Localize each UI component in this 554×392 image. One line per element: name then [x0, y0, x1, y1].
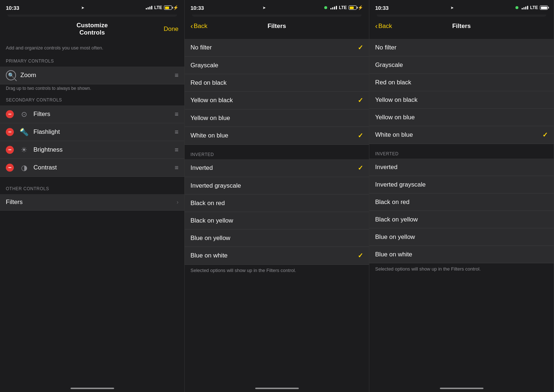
drag-handle-flashlight[interactable]: ≡ [174, 128, 178, 136]
nav-title: Customize Controls [63, 22, 121, 36]
filter-label-blue-on-yellow: Blue on yellow [190, 235, 363, 242]
filter-label-inverted-grayscale: Inverted grayscale [190, 182, 363, 189]
filter3-inverted-grayscale[interactable]: Inverted grayscale [369, 176, 554, 193]
remove-brightness-button[interactable]: − [6, 146, 14, 154]
filter-footer-3: Selected options will show up in the Fil… [369, 263, 554, 276]
filter-red-on-black[interactable]: Red on black [185, 74, 369, 92]
battery-fill-3 [541, 7, 547, 9]
filter-no-filter[interactable]: No filter ✓ [185, 39, 369, 57]
filters-panel-3: 10:33 ➤ LTE ‹ Back Filters No fi [369, 0, 554, 392]
remove-flashlight-button[interactable]: − [6, 128, 14, 136]
filter3-inverted[interactable]: Inverted [369, 159, 554, 176]
drag-handle-zoom[interactable]: ≡ [174, 72, 178, 79]
filters-panel-2: 10:33 ➤ LTE ⚡ ‹ Back Filters [185, 0, 369, 392]
filter-grayscale[interactable]: Grayscale [185, 57, 369, 74]
flashlight-row[interactable]: − 🔦 Flashlight ≡ [0, 123, 184, 141]
filter3-label-blue-on-white: Blue on white [375, 251, 548, 258]
back-label-3[interactable]: Back [378, 23, 392, 30]
filter-label-inverted: Inverted [190, 164, 358, 172]
filter3-label-yellow-on-black: Yellow on black [375, 96, 548, 104]
filters-nav-title-3: Filters [452, 23, 471, 30]
filter-black-on-yellow[interactable]: Black on yellow [185, 212, 369, 229]
back-label-2[interactable]: Back [194, 23, 208, 30]
filter3-grayscale[interactable]: Grayscale [369, 56, 554, 74]
filter3-label-grayscale: Grayscale [375, 61, 548, 69]
filter3-label-inverted-grayscale: Inverted grayscale [375, 181, 548, 188]
contrast-row[interactable]: − ◑ Contrast ≡ [0, 159, 184, 177]
check-no-filter: ✓ [358, 44, 363, 52]
top-bar-2 [192, 15, 362, 17]
customize-content: Add and organize controls you use most o… [0, 41, 184, 388]
battery-fill [165, 7, 169, 9]
filter3-blue-on-yellow[interactable]: Blue on yellow [369, 228, 554, 246]
back-chevron-2: ‹ [190, 22, 193, 30]
back-button-2[interactable]: ‹ Back [190, 22, 207, 30]
filter3-red-on-black[interactable]: Red on black [369, 74, 554, 91]
remove-contrast-button[interactable]: − [6, 164, 14, 172]
filter3-label-black-on-yellow: Black on yellow [375, 216, 548, 223]
customize-controls-panel: 10:33 ➤ LTE ⚡ Customize Controls Done Ad… [0, 0, 185, 392]
filters-nav-2: ‹ Back Filters [185, 19, 369, 35]
filter-label-yellow-on-blue: Yellow on blue [190, 115, 363, 122]
filter-blue-on-white[interactable]: Blue on white ✓ [185, 247, 369, 265]
filter-yellow-on-blue[interactable]: Yellow on blue [185, 109, 369, 127]
filter3-yellow-on-black[interactable]: Yellow on black [369, 91, 554, 109]
filters-content-2: No filter ✓ Grayscale Red on black Yello… [185, 35, 369, 388]
status-right: LTE ⚡ [146, 5, 178, 10]
filter3-black-on-red[interactable]: Black on red [369, 193, 554, 211]
flashlight-icon: 🔦 [19, 127, 29, 137]
filter3-label-inverted: Inverted [375, 164, 548, 171]
status-right-2: LTE ⚡ [324, 5, 363, 10]
signal-bars-2 [330, 6, 337, 9]
contrast-label: Contrast [33, 164, 174, 171]
battery-fill-2 [350, 7, 354, 9]
filter-blue-on-yellow[interactable]: Blue on yellow [185, 229, 369, 247]
filter-black-on-red[interactable]: Black on red [185, 195, 369, 212]
other-filters-row[interactable]: Filters › [0, 194, 184, 211]
zoom-label: Zoom [20, 72, 174, 79]
gap-4 [369, 144, 554, 148]
filter3-blue-on-white[interactable]: Blue on white [369, 246, 554, 263]
battery-icon-3 [540, 5, 548, 10]
signal-bars-3 [522, 6, 528, 9]
filters-nav-3: ‹ Back Filters [369, 19, 554, 35]
gap-2 [185, 145, 369, 149]
filter-label-yellow-on-black: Yellow on black [190, 97, 358, 104]
filter-label-black-on-red: Black on red [190, 200, 363, 207]
status-time-2: 10:33 [190, 5, 204, 11]
filter-inverted-grayscale[interactable]: Inverted grayscale [185, 177, 369, 195]
filters-row[interactable]: − ⊙ Filters ≡ [0, 105, 184, 123]
filter3-no-filter[interactable]: No filter [369, 39, 554, 56]
remove-filters-button[interactable]: − [6, 110, 14, 118]
inverted-header-2: INVERTED [185, 149, 369, 159]
filter3-yellow-on-blue[interactable]: Yellow on blue [369, 109, 554, 126]
filters-content-3: No filter Grayscale Red on black Yellow … [369, 35, 554, 388]
status-time: 10:33 [6, 5, 19, 11]
filter3-white-on-blue[interactable]: White on blue ✓ [369, 126, 554, 144]
battery-icon-2 [349, 5, 357, 10]
status-bar-2: 10:33 ➤ LTE ⚡ [185, 0, 369, 15]
zoom-row[interactable]: 🔍 Zoom ≡ [0, 67, 184, 84]
filter-inverted[interactable]: Inverted ✓ [185, 159, 369, 177]
battery-icon [164, 5, 172, 10]
done-button[interactable]: Done [164, 25, 178, 33]
drag-handle-contrast[interactable]: ≡ [174, 164, 178, 172]
brightness-row[interactable]: − ☀ Brightness ≡ [0, 141, 184, 159]
filter-white-on-blue[interactable]: White on blue ✓ [185, 127, 369, 145]
other-filters-label: Filters [6, 199, 177, 206]
drag-handle-filters[interactable]: ≡ [174, 111, 178, 118]
check-yellow-on-black: ✓ [358, 96, 363, 104]
check-blue-on-white: ✓ [358, 252, 363, 260]
home-indicator-2 [255, 388, 299, 389]
filter3-label-yellow-on-blue: Yellow on blue [375, 114, 548, 121]
filter3-black-on-yellow[interactable]: Black on yellow [369, 211, 554, 228]
back-button-3[interactable]: ‹ Back [375, 22, 392, 30]
lte-label: LTE [154, 5, 162, 10]
filter-label-blue-on-white: Blue on white [190, 252, 358, 259]
signal-bar-1 [146, 8, 147, 9]
filter-yellow-on-black[interactable]: Yellow on black ✓ [185, 92, 369, 109]
check3-white-on-blue: ✓ [542, 131, 548, 139]
filter3-label-blue-on-yellow: Blue on yellow [375, 233, 548, 241]
drag-handle-brightness[interactable]: ≡ [174, 146, 178, 154]
home-indicator-3 [440, 388, 483, 389]
